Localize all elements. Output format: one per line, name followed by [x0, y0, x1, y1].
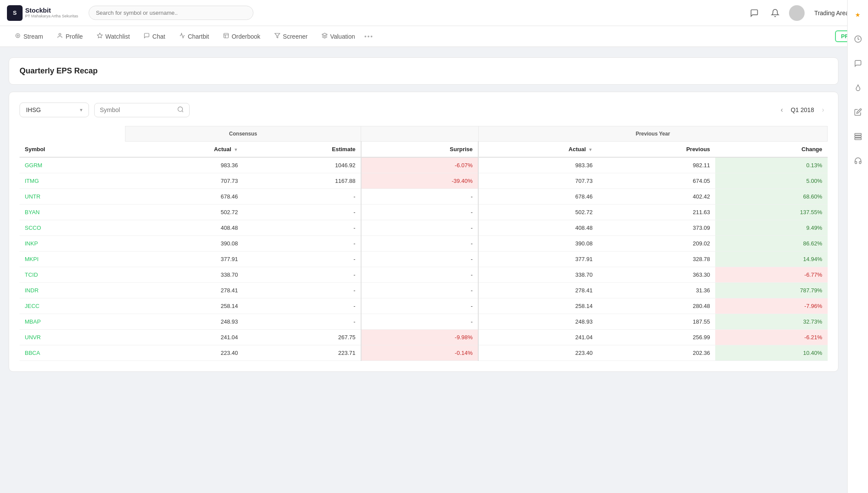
nav-item-valuation[interactable]: Valuation	[316, 29, 361, 43]
svg-rect-3	[855, 138, 861, 140]
edit-icon[interactable]	[850, 104, 866, 120]
symbol-cell[interactable]: BYAN	[20, 205, 125, 220]
symbol-cell[interactable]: BBCA	[20, 345, 125, 361]
actual-cell: 983.36	[125, 157, 243, 173]
symbol-cell[interactable]: INDR	[20, 283, 125, 298]
symbol-cell[interactable]: INKP	[20, 236, 125, 251]
surprise-cell: -	[361, 189, 478, 205]
search-bar	[89, 6, 253, 20]
chat-bubble-icon[interactable]	[850, 56, 866, 71]
symbol-cell[interactable]: MKPI	[20, 251, 125, 267]
nav-item-chat[interactable]: Chat	[138, 29, 171, 43]
symbol-cell[interactable]: ITMG	[20, 173, 125, 189]
table-row: BBCA 223.40 223.71 -0.14% 223.40 202.36 …	[20, 345, 828, 361]
surprise-cell: -	[361, 236, 478, 251]
nav-item-profile[interactable]: Profile	[51, 29, 89, 43]
nav-item-stream[interactable]: Stream	[9, 29, 49, 43]
symbol-cell[interactable]: TCID	[20, 267, 125, 283]
actual-header[interactable]: Actual ▼	[125, 142, 243, 158]
surprise-cell: -9.98%	[361, 330, 478, 345]
estimate-cell: -	[243, 205, 361, 220]
estimate-cell: 267.75	[243, 330, 361, 345]
change-cell: 68.60%	[715, 189, 827, 205]
estimate-cell: -	[243, 314, 361, 330]
symbol-cell[interactable]: UNVR	[20, 330, 125, 345]
estimate-cell: -	[243, 251, 361, 267]
prev-actual-cell: 983.36	[478, 157, 598, 173]
consensus-group-header: Consensus	[125, 126, 361, 142]
star-icon[interactable]: ★	[850, 7, 866, 23]
actual-cell: 707.73	[125, 173, 243, 189]
change-cell: -7.96%	[715, 298, 827, 314]
actual-cell: 377.91	[125, 251, 243, 267]
previous-cell: 674.05	[598, 173, 715, 189]
clock-icon[interactable]	[850, 31, 866, 47]
sort-icon: ▼	[233, 147, 238, 152]
prev-actual-cell: 390.08	[478, 236, 598, 251]
svg-rect-8	[224, 33, 228, 38]
change-cell: 32.73%	[715, 314, 827, 330]
notification-icon[interactable]	[768, 6, 782, 20]
search-input[interactable]	[89, 6, 253, 20]
svg-rect-1	[855, 133, 861, 135]
symbol-cell[interactable]: MBAP	[20, 314, 125, 330]
period-next-button[interactable]: ›	[819, 104, 828, 116]
actual-cell: 408.48	[125, 220, 243, 236]
table-row: INKP 390.08 - - 390.08 209.02 86.62%	[20, 236, 828, 251]
nav-item-orderbook[interactable]: Orderbook	[217, 29, 266, 43]
nav-item-watchlist[interactable]: Watchlist	[91, 29, 136, 43]
navbar: Stream Profile Watchlist Chat Chartbit O…	[0, 26, 868, 47]
symbol-search-input[interactable]	[100, 106, 177, 113]
index-filter-select[interactable]: IHSG ▾	[20, 103, 89, 117]
surprise-cell: -6.07%	[361, 157, 478, 173]
surprise-cell: -	[361, 298, 478, 314]
nav-item-chartbit[interactable]: Chartbit	[173, 29, 215, 43]
previous-cell: 280.48	[598, 298, 715, 314]
app-name: Stockbit	[25, 7, 78, 14]
previous-cell: 256.99	[598, 330, 715, 345]
actual-cell: 248.93	[125, 314, 243, 330]
estimate-cell: 223.71	[243, 345, 361, 361]
headset-icon[interactable]	[850, 153, 866, 169]
svg-point-6	[59, 33, 61, 36]
avatar[interactable]	[789, 5, 805, 21]
symbol-cell[interactable]: UNTR	[20, 189, 125, 205]
table-row: SCCO 408.48 - - 408.48 373.09 9.49%	[20, 220, 828, 236]
fire-icon[interactable]	[850, 80, 866, 96]
svg-marker-7	[97, 33, 102, 38]
surprise-cell: -	[361, 314, 478, 330]
nav-item-screener[interactable]: Screener	[268, 29, 314, 43]
symbol-cell[interactable]: SCCO	[20, 220, 125, 236]
surprise-group-header	[361, 126, 478, 142]
orders-icon[interactable]	[850, 129, 866, 144]
page-title: Quarterly EPS Recap	[20, 66, 828, 76]
change-cell: 0.13%	[715, 157, 827, 173]
change-cell: 787.79%	[715, 283, 827, 298]
estimate-cell: -	[243, 189, 361, 205]
nav-more-button[interactable]	[365, 36, 372, 37]
change-cell: -6.77%	[715, 267, 827, 283]
actual-cell: 338.70	[125, 267, 243, 283]
symbol-cell[interactable]: JECC	[20, 298, 125, 314]
logo[interactable]: S Stockbit PT Mahakarya Artha Sekuritas	[7, 5, 78, 21]
estimate-cell: -	[243, 267, 361, 283]
filters-row: IHSG ▾ ‹ Q1 2018 ›	[20, 103, 828, 117]
valuation-icon	[322, 33, 328, 40]
surprise-cell: -	[361, 251, 478, 267]
symbol-cell[interactable]: GGRM	[20, 157, 125, 173]
change-cell: 137.55%	[715, 205, 827, 220]
prev-actual-header[interactable]: Actual ▼	[478, 142, 598, 158]
message-icon[interactable]	[747, 6, 761, 20]
estimate-cell: 1167.88	[243, 173, 361, 189]
chartbit-icon	[179, 33, 185, 40]
screener-icon	[274, 33, 280, 40]
index-filter-label: IHSG	[26, 106, 41, 113]
topbar: S Stockbit PT Mahakarya Artha Sekuritas …	[0, 0, 868, 26]
search-icon[interactable]	[177, 106, 184, 114]
prev-actual-cell: 408.48	[478, 220, 598, 236]
period-prev-button[interactable]: ‹	[777, 104, 786, 116]
previous-cell: 363.30	[598, 267, 715, 283]
orderbook-icon	[223, 33, 229, 40]
right-sidebar: ★	[847, 0, 868, 493]
sort-icon-2: ▼	[588, 147, 592, 152]
